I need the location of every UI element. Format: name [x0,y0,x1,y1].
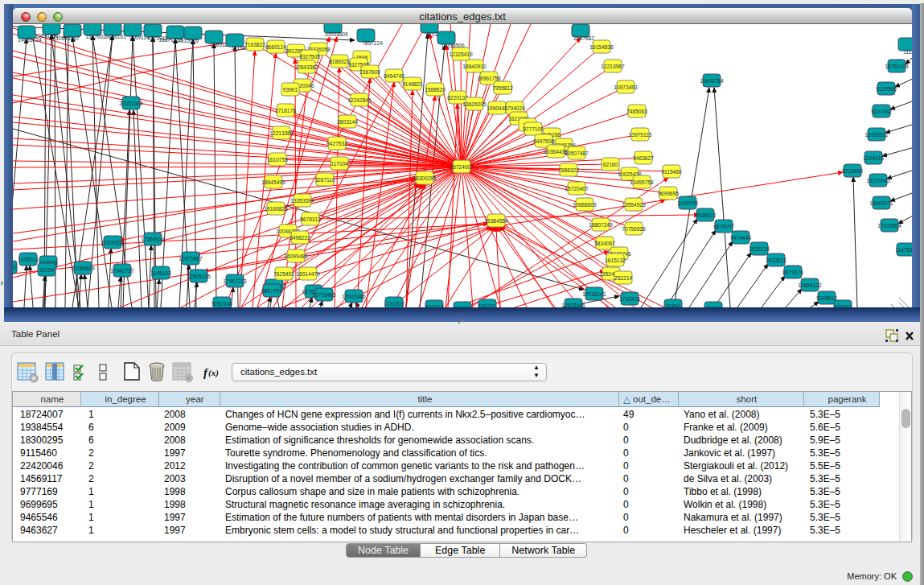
svg-text:(x): (x) [208,368,219,378]
svg-text:17957223: 17957223 [223,278,247,284]
svg-text:922344: 922344 [425,304,443,308]
svg-text:7632621: 7632621 [766,257,786,263]
svg-text:7886322: 7886322 [558,167,579,173]
svg-text:15692971: 15692971 [869,200,893,206]
svg-text:19166825: 19166825 [264,206,288,212]
svg-text:39154: 39154 [39,267,55,273]
svg-text:93901: 93901 [283,87,298,93]
svg-text:184095: 184095 [454,306,471,308]
svg-text:15720407: 15720407 [565,186,589,192]
svg-text:1615132: 1615132 [605,257,626,263]
svg-text:9474444: 9474444 [730,235,751,241]
svg-text:6879197: 6879197 [713,224,734,229]
svg-text:2367608: 2367608 [359,69,380,75]
svg-text:10975867: 10975867 [179,256,203,262]
svg-text:7857224: 7857224 [362,40,383,46]
svg-text:1435001: 1435001 [18,257,39,262]
svg-text:10654122: 10654122 [798,282,822,288]
svg-text:1145193: 1145193 [150,270,171,276]
svg-text:18645495: 18645495 [261,179,285,185]
svg-text:9857791: 9857791 [261,288,282,294]
svg-text:1167534: 1167534 [895,247,912,253]
svg-text:12213967: 12213967 [601,64,625,69]
svg-text:17942737: 17942737 [110,268,134,274]
svg-text:5834067: 5834067 [594,241,615,246]
svg-text:9115460: 9115460 [661,169,682,175]
svg-text:13353594: 13353594 [290,198,314,204]
svg-text:7955812: 7955812 [492,85,513,91]
svg-text:7163822: 7163822 [244,42,265,47]
svg-text:12505135: 12505135 [187,274,211,279]
svg-text:19384554: 19384554 [484,218,508,224]
svg-text:9245612: 9245612 [816,295,837,301]
svg-text:8471676: 8471676 [782,270,803,275]
svg-text:9427532: 9427532 [326,141,347,146]
svg-text:13554923: 13554923 [622,202,646,208]
svg-text:17359934: 17359934 [141,237,165,242]
svg-text:16210643: 16210643 [866,178,890,183]
svg-text:62160: 62160 [603,162,618,167]
svg-text:92450: 92450 [666,303,681,308]
svg-text:7515526: 7515526 [178,38,199,43]
svg-text:1527602: 1527602 [85,34,106,39]
svg-text:5678312: 5678312 [300,216,321,222]
svg-text:2803144: 2803144 [337,119,358,125]
svg-text:12923446: 12923446 [342,294,366,299]
svg-text:18300295: 18300295 [413,175,437,181]
svg-text:13716485: 13716485 [312,292,336,298]
svg-text:958007: 958007 [13,265,17,270]
svg-text:12325419: 12325419 [449,51,473,57]
svg-text:13626035: 13626035 [462,101,487,107]
svg-text:9227342: 9227342 [871,109,892,114]
svg-text:15751074: 15751074 [885,64,909,69]
svg-text:13975115: 13975115 [629,132,652,138]
svg-text:8938923: 8938923 [695,212,716,218]
svg-text:16099485: 16099485 [284,253,308,259]
svg-text:20206531: 20206531 [101,240,125,245]
svg-text:924501: 924501 [834,304,852,308]
svg-text:117004: 117004 [331,161,348,167]
svg-text:6794024: 6794024 [504,105,525,111]
svg-text:1733426: 1733426 [619,296,640,302]
svg-text:3267110: 3267110 [314,177,335,183]
svg-text:10688609: 10688609 [573,202,597,208]
svg-text:11121: 11121 [903,49,912,55]
svg-text:2935114: 2935114 [749,246,770,252]
svg-text:1440935: 1440935 [677,200,698,206]
svg-text:9777109: 9777109 [523,126,544,132]
svg-text:16154838: 16154838 [589,44,614,50]
svg-text:9699695: 9699695 [658,191,679,196]
svg-text:70756928: 70756928 [622,226,646,232]
svg-text:1244415: 1244415 [863,155,884,161]
svg-text:14136141: 14136141 [582,291,606,297]
svg-text:16648784: 16648784 [700,78,724,84]
svg-text:2987682: 2987682 [573,35,594,41]
svg-text:163231: 163231 [478,303,496,308]
svg-text:9129966: 9129966 [876,86,897,92]
svg-text:1731322: 1731322 [384,301,405,307]
svg-text:16961758: 16961758 [477,76,501,81]
svg-text:9327505: 9327505 [299,54,320,60]
svg-text:18640910: 18640910 [462,64,487,69]
svg-text:6466161: 6466161 [105,34,126,39]
svg-text:12923446: 12923446 [561,303,585,308]
svg-text:7625402: 7625402 [273,271,294,277]
svg-text:2718176: 2718176 [275,108,296,113]
svg-text:8660124: 8660124 [265,44,286,50]
svg-text:9292346: 9292346 [211,301,232,307]
svg-text:3498222: 3498222 [290,235,310,241]
svg-text:12242845: 12242845 [347,97,372,103]
svg-text:18724007: 18724007 [450,164,474,170]
svg-text:8186323: 8186323 [329,59,350,64]
svg-text:252214: 252214 [614,275,632,281]
svg-text:1588520: 1588520 [425,87,446,93]
svg-text:10543362: 10543362 [294,64,318,70]
svg-text:12156829: 12156829 [71,266,95,271]
svg-text:18807249: 18807249 [589,222,613,228]
svg-text:8454749: 8454749 [384,73,405,79]
svg-text:9146821: 9146821 [402,81,423,87]
svg-text:10973493: 10973493 [614,84,638,90]
svg-text:8220137: 8220137 [447,95,468,101]
svg-text:10944: 10944 [706,306,721,308]
svg-text:20053346: 20053346 [119,101,143,106]
